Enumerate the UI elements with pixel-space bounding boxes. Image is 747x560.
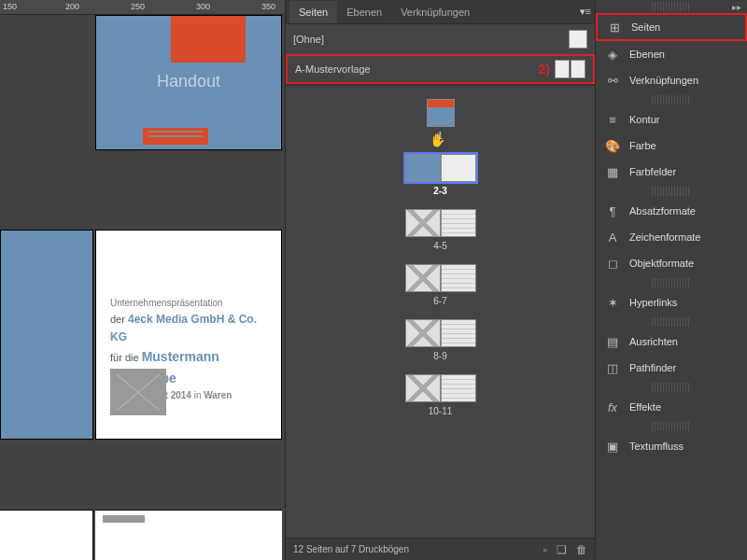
label: Objektformate bbox=[629, 258, 694, 269]
layers-icon: ◈ bbox=[605, 47, 620, 62]
page-thumb-11[interactable] bbox=[441, 374, 476, 402]
ruler-tick: 150 bbox=[3, 2, 17, 11]
spread-4-5[interactable]: 4-5 bbox=[286, 209, 595, 251]
collapse-chevron-icon[interactable]: ▸▸ bbox=[732, 2, 741, 12]
toolbar-seiten[interactable]: ⊞Seiten bbox=[596, 13, 747, 41]
label: Seiten bbox=[631, 21, 660, 33]
gray-bar bbox=[103, 515, 145, 523]
spread-label: 8-9 bbox=[433, 351, 446, 361]
company-name: 4eck Media GmbH & Co. KG bbox=[110, 313, 257, 343]
company-line: der 4eck Media GmbH & Co. KG bbox=[110, 311, 267, 346]
label: Farbe bbox=[629, 140, 656, 151]
panel-grip[interactable] bbox=[652, 383, 691, 392]
panel-menu-icon[interactable]: ▾≡ bbox=[580, 6, 591, 18]
character-styles-icon: A bbox=[605, 230, 620, 245]
spread-label: 6-7 bbox=[433, 296, 446, 306]
page-thumb-4[interactable] bbox=[405, 209, 441, 237]
panel-grip[interactable] bbox=[652, 187, 691, 196]
page-preview-4[interactable] bbox=[0, 510, 93, 560]
align-icon: ▤ bbox=[605, 334, 620, 349]
pathfinder-icon: ◫ bbox=[605, 360, 620, 375]
master-none-row[interactable]: [Ohne] bbox=[286, 24, 595, 54]
label: Ebenen bbox=[629, 49, 665, 60]
page-thumb-2[interactable] bbox=[405, 154, 441, 182]
page-preview-1[interactable]: Handout bbox=[95, 15, 282, 150]
spread-label: 4-5 bbox=[433, 241, 446, 251]
label: Textumfluss bbox=[629, 441, 684, 452]
toolbar-ausrichten[interactable]: ▤Ausrichten bbox=[596, 329, 747, 355]
panel-grip[interactable] bbox=[652, 422, 691, 431]
page-preview-3[interactable]: Unternehmenspräsentation der 4eck Media … bbox=[95, 230, 282, 440]
spread-8-9[interactable]: 8-9 bbox=[286, 319, 595, 361]
red-footer-bar bbox=[143, 128, 208, 145]
toolbar-objektformate[interactable]: ◻Objektformate bbox=[596, 250, 747, 276]
prefix-der: der bbox=[110, 314, 128, 325]
master-thumb-none[interactable] bbox=[569, 30, 587, 49]
page-thumb-7[interactable] bbox=[441, 264, 476, 292]
page-thumb-1[interactable] bbox=[427, 99, 455, 127]
toolbar-pathfinder[interactable]: ◫Pathfinder bbox=[596, 355, 747, 381]
label: Zeichenformate bbox=[629, 231, 700, 243]
toolbar-zeichenformate[interactable]: AZeichenformate bbox=[596, 224, 747, 250]
ruler-tick: 350 bbox=[261, 2, 275, 11]
page-thumb-9[interactable] bbox=[441, 319, 476, 347]
toolbar-hyperlinks[interactable]: ✶Hyperlinks bbox=[596, 289, 747, 315]
toolbar-farbfelder[interactable]: ▦Farbfelder bbox=[596, 159, 747, 185]
effects-icon: fx bbox=[605, 399, 620, 414]
label: Absatzformate bbox=[629, 205, 696, 217]
pages-panel-footer: 12 Seiten auf 7 Druckbögen ▫ ❏ 🗑 bbox=[286, 538, 595, 560]
toolbar-verknuepfungen[interactable]: ⚯Verknüpfungen bbox=[596, 67, 747, 93]
tab-ebenen[interactable]: Ebenen bbox=[337, 1, 391, 23]
pages-icon: ⊞ bbox=[607, 20, 622, 35]
tab-verknuepfungen[interactable]: Verknüpfungen bbox=[391, 1, 479, 23]
label: Farbfelder bbox=[629, 166, 676, 177]
master-none-label: [Ohne] bbox=[293, 34, 324, 45]
spread-6-7[interactable]: 6-7 bbox=[286, 264, 595, 306]
image-placeholder[interactable] bbox=[110, 369, 166, 415]
panel-tabs: Seiten Ebenen Verknüpfungen ▾≡ bbox=[286, 0, 595, 24]
panel-grip[interactable] bbox=[652, 95, 691, 105]
label: Verknüpfungen bbox=[629, 75, 698, 86]
master-thumb-pair[interactable] bbox=[555, 60, 585, 78]
label: Kontur bbox=[629, 114, 659, 125]
tab-seiten[interactable]: Seiten bbox=[289, 1, 337, 23]
toolbar-kontur[interactable]: ≡Kontur bbox=[596, 106, 747, 133]
toolbar-textumfluss[interactable]: ▣Textumfluss bbox=[596, 433, 747, 459]
paragraph-styles-icon: ¶ bbox=[605, 203, 620, 218]
page-thumb-3[interactable] bbox=[441, 154, 476, 182]
page-preview-2[interactable] bbox=[0, 230, 93, 440]
page-preview-5[interactable] bbox=[95, 510, 282, 560]
red-block bbox=[171, 16, 246, 63]
page-thumb-8[interactable] bbox=[405, 319, 441, 347]
label: Pathfinder bbox=[629, 362, 676, 373]
spread-label: 10-11 bbox=[429, 406, 453, 416]
stroke-icon: ≡ bbox=[605, 112, 620, 127]
pages-panel: Seiten Ebenen Verknüpfungen ▾≡ [Ohne] A-… bbox=[285, 0, 595, 560]
master-pages-area: [Ohne] A-Mustervorlage 2) bbox=[286, 24, 595, 86]
hyperlinks-icon: ✶ bbox=[605, 295, 620, 310]
panel-grip[interactable] bbox=[652, 2, 691, 11]
toolbar-absatzformate[interactable]: ¶Absatzformate bbox=[596, 198, 747, 224]
label: Hyperlinks bbox=[629, 297, 677, 308]
page-thumb-10[interactable] bbox=[405, 374, 441, 402]
side-toolbar: ▸▸ ⊞Seiten ◈Ebenen ⚯Verknüpfungen ≡Kontu… bbox=[595, 0, 747, 560]
document-canvas[interactable]: Handout Unternehmenspräsentation der 4ec… bbox=[0, 15, 285, 560]
ruler-tick: 300 bbox=[196, 2, 210, 11]
master-a-row[interactable]: A-Mustervorlage 2) bbox=[286, 54, 595, 84]
toolbar-effekte[interactable]: fxEffekte bbox=[596, 394, 747, 420]
page-thumb-5[interactable] bbox=[441, 209, 476, 237]
hand-cursor-icon: ✋ bbox=[430, 133, 445, 147]
spreads-area[interactable]: 1 ✋ 2-3 4-5 6-7 bbox=[286, 86, 595, 525]
panel-grip[interactable] bbox=[652, 317, 691, 327]
new-page-icon[interactable]: ❏ bbox=[557, 543, 567, 556]
spread-10-11[interactable]: 10-11 bbox=[286, 374, 595, 416]
toolbar-ebenen[interactable]: ◈Ebenen bbox=[596, 41, 747, 67]
panel-grip[interactable] bbox=[652, 278, 691, 287]
delete-page-icon[interactable]: 🗑 bbox=[576, 543, 587, 556]
page-thumb-6[interactable] bbox=[405, 264, 441, 292]
swatches-icon: ▦ bbox=[605, 164, 620, 179]
toolbar-farbe[interactable]: 🎨Farbe bbox=[596, 133, 747, 159]
spread-2-3[interactable]: 2-3 bbox=[286, 154, 595, 196]
annotation-number: 2) bbox=[539, 62, 550, 77]
edit-page-icon[interactable]: ▫ bbox=[543, 543, 547, 556]
